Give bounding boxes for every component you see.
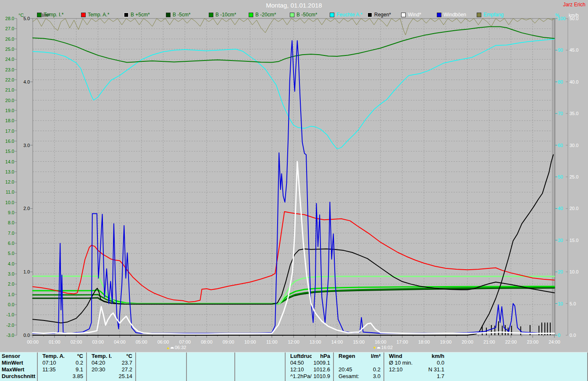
x-tick-label: 20:00 [462, 339, 473, 344]
x-tick-label: 03:00 [92, 339, 104, 344]
cell-time: 04:20 [87, 360, 113, 366]
legend-label: Temp. I.* [44, 12, 63, 18]
pct-tick-label: 20 [558, 269, 563, 274]
x-tick-label: 21:00 [483, 339, 495, 344]
legend-item-empfang: Empfang [477, 12, 504, 18]
cell-value: N 31.1 [419, 366, 447, 373]
celsius-tick-label: 26.0 [5, 37, 14, 42]
cell-time: 20:45 [334, 366, 361, 373]
sunset-icon: ▼ [373, 346, 377, 350]
celsius-tick-label: 6.0 [8, 241, 14, 246]
cell-time [334, 360, 361, 366]
row-label: MaxWert [0, 366, 37, 373]
cell-time: 04:50 [286, 360, 312, 366]
cell-value: 1.7 [419, 373, 447, 380]
table-cell-row: 1.7 [384, 373, 447, 380]
table-cell-row [136, 373, 186, 380]
cell-time [235, 366, 262, 373]
b-minus20-swatch [249, 13, 253, 17]
kmh-tick-label: 25.0 [570, 174, 578, 179]
col-title [235, 353, 262, 360]
legend-label: Empfang [483, 12, 504, 18]
cell-value [163, 366, 186, 373]
celsius-tick-label: 13.0 [5, 169, 14, 174]
x-tick-label: 00:00 [27, 339, 39, 344]
table-cell-row: 07:100.2 [38, 360, 86, 366]
rain-tick-label: 3.0 [24, 143, 30, 148]
cell-time: 11:35 [38, 366, 64, 373]
col-title: Luftdruck [286, 353, 312, 360]
col-title: Regen [334, 353, 361, 360]
cell-value: 0.2 [361, 366, 383, 373]
col-title [136, 353, 163, 360]
table-row-labels: SensorMinWertMaxWertDurchschnitt [0, 352, 37, 381]
legend-label: Temp. A.* [88, 12, 109, 18]
celsius-tick-label: 22.0 [5, 77, 14, 82]
cell-value: 0.2 [64, 360, 86, 366]
col-title: Temp. I. [87, 353, 113, 360]
col-unit: °C [113, 353, 135, 360]
sunrise-sun-icon [171, 347, 174, 349]
empfang-swatch [477, 13, 481, 17]
cell-time [136, 360, 163, 366]
x-tick-label: 13:00 [310, 339, 321, 344]
table-cell-row: 11:359.1 [38, 366, 86, 373]
cell-value [213, 366, 234, 373]
col-unit: l/m² [361, 353, 383, 360]
rain-tick-label: 2.0 [24, 206, 30, 211]
table-cell-row: 25.14 [87, 373, 135, 380]
x-tick-label: 10:00 [244, 339, 256, 344]
col-unit [163, 353, 186, 360]
x-tick-label: 04:00 [114, 339, 126, 344]
cell-value: 0.0 [419, 360, 447, 366]
cell-value [262, 373, 285, 380]
sunset-sun-icon [377, 347, 381, 349]
celsius-tick-label: 7.0 [8, 231, 14, 236]
x-tick-label: 22:00 [505, 339, 517, 344]
celsius-tick-label: 5.0 [8, 251, 14, 256]
b-plus5-swatch [124, 13, 129, 17]
feuchte-a-swatch [330, 13, 334, 17]
b-minus10-swatch [209, 13, 213, 17]
celsius-tick-label: -1.0 [6, 312, 14, 317]
legend-label: Wind* [408, 12, 421, 18]
col-unit [262, 353, 285, 360]
cell-time: 07:10 [38, 360, 64, 366]
cell-time: 12:10 [286, 366, 312, 373]
legend-item-b-minus10: B -10cm* [209, 12, 236, 18]
table-col-empty-4 [234, 352, 285, 381]
table-col-Luftdruck: LuftdruckhPa04:501009.112:101012.6^1.2hP… [285, 352, 333, 381]
cell-value: 25.14 [113, 373, 135, 380]
regen-swatch [368, 13, 372, 17]
cell-value: 27.2 [113, 366, 135, 373]
celsius-tick-label: 17.0 [5, 129, 14, 134]
celsius-tick-label: 2.0 [8, 281, 14, 286]
table-cell-row [235, 373, 285, 380]
cell-time [136, 373, 163, 380]
legend-label: B +5cm* [131, 12, 150, 18]
x-tick-label: 09:00 [223, 339, 234, 344]
kmh-tick-label: 35.0 [570, 111, 578, 116]
table-cell-row [334, 360, 383, 366]
table-cell-row: 20:3027.2 [87, 366, 135, 373]
x-tick-label: 07:00 [179, 339, 191, 344]
celsius-tick-label: 23.0 [5, 67, 14, 72]
legend-item-b-plus5: B +5cm* [124, 12, 150, 18]
pct-tick-label: 60 [558, 143, 563, 148]
kmh-tick-label: 0.0 [570, 333, 576, 338]
x-tick-label: 15:00 [353, 339, 365, 344]
sunset-time-label: 16:02 [381, 345, 393, 350]
cell-value [213, 360, 234, 366]
celsius-tick-label: 27.0 [5, 26, 14, 31]
table-col-Temp. I.: Temp. I.°C04:2023.720:3027.225.14 [86, 352, 135, 381]
celsius-tick-label: 10.0 [5, 200, 14, 205]
legend-label: B -10cm* [215, 12, 236, 18]
table-cell-row [235, 360, 285, 366]
cell-value: 3.85 [64, 373, 86, 380]
legend-label: Windböen [444, 12, 466, 18]
cell-value [163, 373, 186, 380]
row-label: Durchschnitt [0, 373, 37, 380]
celsius-tick-label: 21.0 [5, 87, 14, 92]
cell-time: ^1.2hPa/h [286, 373, 312, 380]
celsius-tick-label: 20.0 [5, 98, 14, 103]
